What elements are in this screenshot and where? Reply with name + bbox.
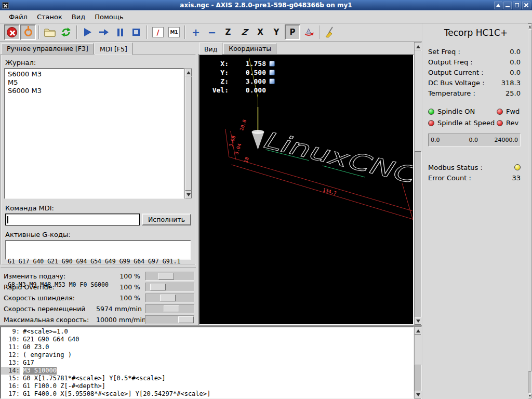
scroll-down-arrow[interactable]	[185, 191, 192, 198]
vfd-panel-scrollbar[interactable]	[528, 23, 532, 399]
estop-button[interactable]	[4, 24, 20, 40]
spindle-speed-scale: 0.0 0.0 24000.0	[428, 134, 521, 147]
gcode-line[interactable]: 16:G1 F100.0 Z[-#<depth>]	[1, 382, 413, 390]
gcode-line[interactable]: 10:G21 G90 G64 G40	[1, 336, 413, 343]
toolbar-separator	[76, 25, 77, 39]
preview-canvas[interactable]: X:1.758 Y:0.500 Z:3.000 Vel:0.000 Linux	[198, 54, 414, 325]
optional-pause-button[interactable]: M1	[166, 24, 182, 40]
menu-view[interactable]: Вид	[67, 11, 90, 22]
scroll-thumb[interactable]	[185, 76, 192, 191]
scroll-thumb[interactable]	[528, 29, 531, 371]
mdi-input[interactable]	[5, 214, 140, 225]
menu-file[interactable]: Файл	[4, 11, 32, 22]
active-gcodes-label: Активные G-коды:	[5, 231, 192, 238]
view-perspective-button[interactable]: P	[285, 24, 300, 40]
run-step-button[interactable]	[96, 24, 112, 40]
output-freq-value: 0.0	[510, 58, 521, 66]
spindle-override-label: Скорость шпинделя:	[4, 294, 96, 302]
scroll-up-arrow[interactable]	[415, 327, 421, 335]
scroll-up-arrow[interactable]	[528, 24, 531, 29]
gcode-line-active[interactable]: 14:M3 S10000	[1, 367, 413, 375]
vfd-title: Tecorp HC1C+	[428, 28, 524, 38]
maximize-button[interactable]	[513, 2, 521, 9]
gcode-line[interactable]: 11:G0 Z3.0	[1, 343, 413, 351]
maximize-icon	[515, 3, 519, 7]
block-delete-button[interactable]: /	[150, 24, 166, 40]
view-z-rotated-button[interactable]: Z	[236, 24, 252, 40]
run-program-button[interactable]	[80, 24, 96, 40]
temperature-value: 25.0	[506, 89, 521, 97]
slider-thumb[interactable]	[178, 316, 194, 323]
history-line: S6000 M3	[8, 70, 181, 78]
spindle-override-slider[interactable]	[145, 294, 194, 302]
mdi-history[interactable]: S6000 M3 M5 S6000 M3	[4, 68, 184, 199]
dim-label: 3.08	[228, 135, 236, 148]
scroll-down-arrow[interactable]	[415, 317, 421, 325]
gcode-line[interactable]: 9:#<scale>=1.0	[1, 328, 413, 336]
zoom-in-button[interactable]: +	[188, 24, 204, 40]
view-x-button[interactable]: X	[252, 24, 268, 40]
backplot-text: LinuxCNC	[259, 126, 413, 189]
mdi-execute-button[interactable]: Исполнить	[142, 214, 191, 225]
jog-speed-slider[interactable]	[145, 304, 194, 313]
slider-thumb[interactable]	[160, 295, 176, 301]
gcode-line[interactable]: 15:G0 X[1.75781*#<scale>] Y[0.5*#<scale>…	[1, 375, 413, 382]
minimize-button[interactable]	[503, 2, 512, 9]
zoom-out-icon: −	[208, 28, 216, 37]
preview-scrollbar[interactable]	[414, 42, 422, 325]
reload-file-button[interactable]	[58, 24, 74, 40]
feed-override-label: Изменить подачу:	[4, 272, 96, 280]
toolbar-separator	[184, 25, 185, 39]
slider-thumb[interactable]	[164, 305, 179, 312]
menu-help[interactable]: Помощь	[90, 11, 128, 22]
dc-bus-voltage-label: DC Bus Voltage :	[428, 79, 485, 87]
view-z-button[interactable]: Z	[220, 24, 236, 40]
toolbar-separator	[319, 25, 320, 39]
scroll-thumb[interactable]	[415, 50, 421, 152]
output-current-value: 0.0	[510, 69, 521, 76]
tab-dro[interactable]: Координаты	[223, 43, 276, 54]
zoom-out-button[interactable]: −	[204, 24, 220, 40]
history-scrollbar[interactable]	[184, 68, 192, 199]
menubar: Файл Станок Вид Помощь	[0, 10, 532, 23]
toolbar: / M1 + − Z Z X Y P	[0, 23, 422, 42]
scroll-down-arrow[interactable]	[415, 391, 421, 398]
dim-label: 20.8	[239, 119, 247, 131]
error-count-value: 33	[512, 174, 521, 182]
scroll-thumb[interactable]	[415, 335, 421, 365]
close-icon	[524, 3, 529, 8]
gcode-listing[interactable]: 9:#<scale>=1.0 10:G21 G90 G64 G40 11:G0 …	[0, 326, 414, 399]
shade-icon	[496, 4, 500, 7]
gcode-line[interactable]: 13:G17	[1, 359, 413, 367]
open-file-button[interactable]	[42, 24, 58, 40]
tab-manual-control[interactable]: Ручное управление [F3]	[2, 43, 94, 54]
max-velocity-slider[interactable]	[145, 315, 194, 324]
stop-button[interactable]	[128, 24, 144, 40]
listing-scrollbar[interactable]	[414, 326, 422, 399]
shade-button[interactable]	[494, 2, 502, 9]
gcode-line[interactable]: 17:G1 F400.0 X[5.95508*#<scale>] Y[20.54…	[1, 390, 413, 398]
menu-machine[interactable]: Станок	[32, 11, 67, 22]
dim-label: 18	[243, 156, 250, 163]
spindle-rev-label: Rev	[506, 119, 518, 127]
scroll-up-arrow[interactable]	[415, 43, 421, 50]
rapid-override-slider[interactable]	[145, 283, 194, 291]
rotate-view-button[interactable]	[301, 24, 316, 40]
active-gcodes: G1 G17 G40 G21 G90 G94 G54 G49 G99 G64 G…	[5, 240, 191, 260]
estop-icon	[7, 27, 17, 37]
close-button[interactable]	[522, 2, 530, 9]
clear-plot-button[interactable]	[323, 24, 338, 40]
titlebar[interactable]: axis.ngc - AXIS 2.8.0-pre1-598-g048366b …	[0, 0, 532, 10]
feed-override-slider[interactable]	[145, 272, 194, 281]
view-y-button[interactable]: Y	[269, 24, 284, 40]
gcode-line[interactable]: 12:( engraving )	[1, 351, 413, 359]
slider-thumb[interactable]	[158, 273, 174, 280]
scroll-up-arrow[interactable]	[185, 69, 192, 76]
tab-preview[interactable]: Вид	[199, 43, 222, 55]
pause-button[interactable]	[112, 24, 128, 40]
machine-power-button[interactable]	[20, 24, 36, 40]
slider-thumb[interactable]	[150, 284, 166, 290]
backplot-view: LinuxCNC 20.8 3.08 3.04 18	[200, 55, 413, 324]
tab-mdi[interactable]: MDI [F5]	[95, 43, 132, 55]
scroll-down-arrow[interactable]	[528, 393, 531, 398]
